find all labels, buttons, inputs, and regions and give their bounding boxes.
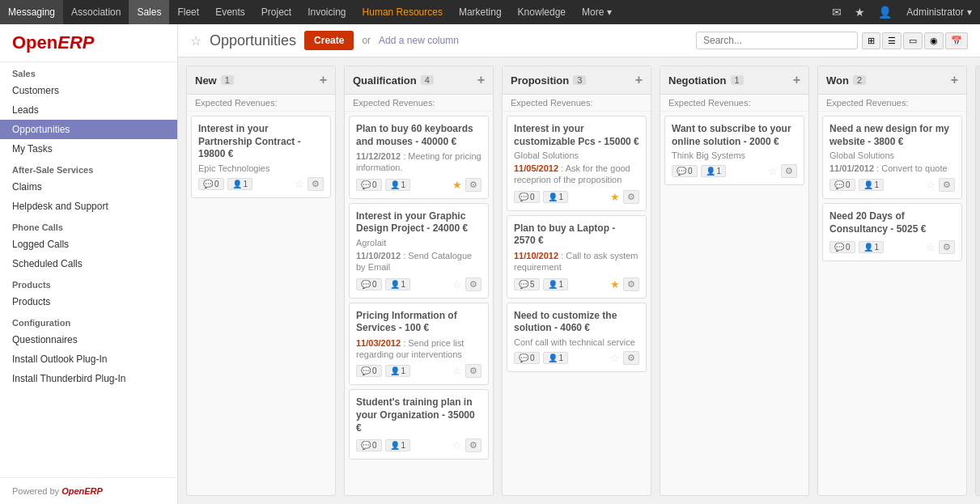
nav-association[interactable]: Association [63, 0, 129, 24]
table-row[interactable]: Student's training plan in your Organiza… [349, 389, 489, 460]
table-row[interactable]: Want to subscribe to your online solutio… [664, 116, 804, 185]
card-menu-icon[interactable]: ⚙ [465, 364, 482, 378]
table-row[interactable]: Need a new design for my website - 3800 … [822, 116, 962, 199]
card-star-icon[interactable]: ☆ [452, 365, 462, 377]
nav-fleet[interactable]: Fleet [169, 0, 207, 24]
col-header-won: Won 2 + [818, 66, 966, 95]
assignees-badge: 👤 1 [227, 178, 253, 190]
user-icon[interactable]: 👤 [872, 6, 898, 19]
nav-more[interactable]: More ▾ [574, 0, 620, 24]
comments-badge: 💬 0 [829, 179, 855, 191]
col-add-proposition[interactable]: + [635, 73, 643, 87]
star-nav-icon[interactable]: ★ [848, 6, 872, 19]
card-star-icon[interactable]: ★ [452, 179, 462, 191]
table-row[interactable]: Plan to buy 60 keyboards and mouses - 40… [349, 116, 489, 199]
content-header: ☆ Opportunities Create or Add a new colu… [178, 24, 980, 57]
list-view-button[interactable]: ☰ [882, 32, 902, 49]
card-menu-icon[interactable]: ⚙ [939, 240, 955, 254]
comments-badge: 💬 0 [356, 365, 382, 377]
col-count-negotiation: 1 [731, 75, 744, 85]
card-menu-icon[interactable]: ⚙ [623, 351, 639, 365]
sidebar-item-thunderbird[interactable]: Install Thunderbird Plug-In [0, 369, 177, 388]
col-add-won[interactable]: + [951, 73, 958, 87]
card-menu-icon[interactable]: ⚙ [939, 178, 955, 192]
sidebar-item-helpdesk[interactable]: Helpdesk and Support [0, 197, 177, 216]
nav-sales[interactable]: Sales [129, 0, 169, 24]
activity-date: 11/10/2012 [514, 251, 558, 260]
sidebar-item-customers[interactable]: Customers [0, 81, 177, 100]
sidebar-item-claims[interactable]: Claims [0, 177, 177, 197]
nav-hr[interactable]: Human Resources [354, 0, 451, 24]
nav-marketing[interactable]: Marketing [451, 0, 510, 24]
card-activity: 11/10/2012 : Call to ask system requirem… [514, 250, 639, 273]
col-subtitle-new: Expected Revenues: [187, 95, 335, 112]
card-star-icon[interactable]: ☆ [926, 241, 935, 253]
card-star-icon[interactable]: ☆ [452, 439, 462, 451]
sidebar-item-outlook[interactable]: Install Outlook Plug-In [0, 349, 177, 369]
card-star-icon[interactable]: ☆ [768, 165, 778, 177]
assignees-badge: 👤 1 [385, 179, 411, 191]
col-subtitle-won: Expected Revenues: [818, 95, 966, 112]
view-icons: ⊞ ☰ ▭ ◉ 📅 [862, 32, 968, 49]
card-menu-icon[interactable]: ⚙ [781, 164, 797, 178]
header-right: ⊞ ☰ ▭ ◉ 📅 [696, 32, 968, 49]
table-row[interactable]: Interest in your customizable Pcs - 1500… [507, 116, 647, 211]
nav-project[interactable]: Project [253, 0, 299, 24]
sidebar-item-loggedcalls[interactable]: Logged Calls [0, 235, 177, 254]
card-star-icon[interactable]: ☆ [610, 352, 620, 364]
favorite-star-icon[interactable]: ☆ [190, 33, 202, 49]
card-view-button[interactable]: ▭ [903, 32, 923, 49]
col-add-new[interactable]: + [320, 73, 327, 87]
card-star-icon[interactable]: ☆ [295, 178, 304, 190]
card-menu-icon[interactable]: ⚙ [308, 177, 324, 191]
card-star-icon[interactable]: ☆ [452, 278, 462, 290]
card-footer: 💬 0 👤 1 ☆ ⚙ [198, 177, 324, 191]
card-activity: 11/01/2012 : Convert to quote [829, 163, 955, 174]
comments-badge: 💬 0 [198, 178, 224, 190]
card-menu-icon[interactable]: ⚙ [623, 277, 639, 291]
calendar-view-button[interactable]: 📅 [945, 32, 968, 49]
sidebar-item-mytasks[interactable]: My Tasks [0, 139, 177, 159]
card-company: Global Solutions [514, 150, 639, 160]
card-menu-icon[interactable]: ⚙ [465, 178, 482, 192]
add-column-link[interactable]: Add a new column [379, 35, 459, 46]
col-title-won: Won [826, 74, 849, 87]
card-title: Need a new design for my website - 3800 … [829, 123, 955, 148]
table-row[interactable]: Interest in your Partnership Contract - … [191, 116, 331, 198]
col-add-qualification[interactable]: + [477, 73, 485, 87]
card-star-icon[interactable]: ★ [610, 278, 620, 290]
nav-events[interactable]: Events [207, 0, 253, 24]
comments-badge: 💬 0 [514, 352, 540, 364]
card-footer: 💬 0 👤 1 ★ ⚙ [514, 190, 639, 204]
sidebar-item-scheduledcalls[interactable]: Scheduled Calls [0, 254, 177, 273]
card-star-icon[interactable]: ★ [610, 191, 620, 203]
admin-menu[interactable]: Administrator ▾ [898, 6, 980, 18]
nav-invoicing[interactable]: Invoicing [299, 0, 354, 24]
card-company: Epic Technologies [198, 163, 324, 173]
map-view-button[interactable]: ◉ [924, 32, 944, 49]
card-menu-icon[interactable]: ⚙ [465, 277, 482, 291]
col-add-negotiation[interactable]: + [793, 73, 800, 87]
nav-messaging[interactable]: Messaging [0, 0, 63, 24]
card-activity: 11/03/2012 : Send price list regarding o… [356, 337, 482, 361]
table-row[interactable]: Interest in your Graphic Design Project … [349, 203, 489, 299]
mail-icon[interactable]: ✉ [825, 6, 848, 19]
sidebar-section-phonecalls: Phone Calls [0, 216, 177, 235]
sidebar-item-opportunities[interactable]: Opportunities [0, 120, 177, 139]
table-row[interactable]: Plan to buy a Laptop - 2570 € 11/10/2012… [507, 215, 647, 299]
sidebar-item-leads[interactable]: Leads [0, 100, 177, 120]
assignees-badge: 👤 1 [543, 191, 569, 203]
table-row[interactable]: Need to customize the solution - 4060 € … [507, 303, 647, 372]
card-star-icon[interactable]: ☆ [926, 179, 935, 191]
table-row[interactable]: Need 20 Days of Consultancy - 5025 € 💬 0… [822, 203, 962, 260]
create-button[interactable]: Create [304, 31, 354, 50]
grid-view-button[interactable]: ⊞ [862, 32, 880, 49]
powered-by: Powered by OpenERP [0, 477, 177, 504]
table-row[interactable]: Pricing Information of Services - 100 € … [349, 303, 489, 386]
search-input[interactable] [696, 32, 858, 49]
card-menu-icon[interactable]: ⚙ [465, 438, 482, 452]
sidebar-item-questionnaires[interactable]: Questionnaires [0, 330, 177, 349]
sidebar-item-products[interactable]: Products [0, 292, 177, 311]
card-menu-icon[interactable]: ⚙ [623, 190, 639, 204]
nav-knowledge[interactable]: Knowledge [510, 0, 574, 24]
